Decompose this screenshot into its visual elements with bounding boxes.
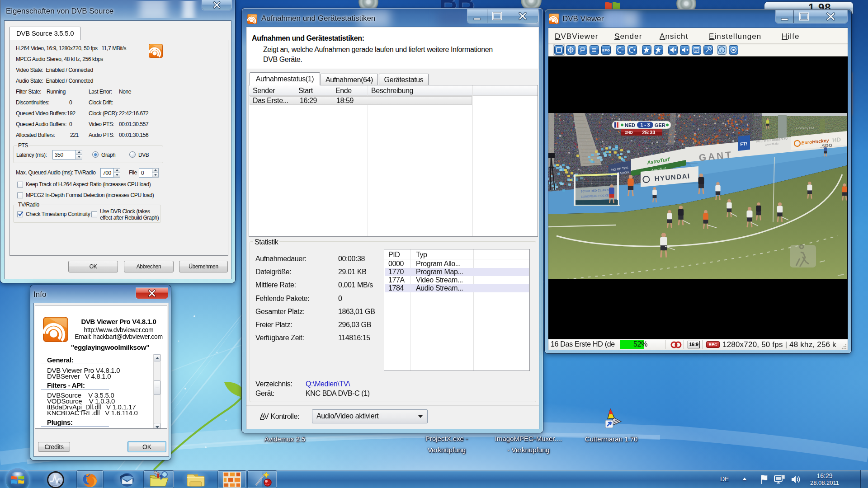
svg-text:Hockey.FM: Hockey.FM	[796, 126, 814, 130]
svg-text:HD: HD	[832, 136, 841, 144]
svg-text:NED: NED	[625, 122, 635, 128]
svg-text:GER: GER	[655, 122, 665, 128]
svg-text:FT!: FT!	[740, 141, 748, 146]
svg-text:EPG: EPG	[602, 48, 610, 52]
svg-text:i: i	[721, 47, 722, 53]
svg-text:2ND: 2ND	[625, 130, 633, 135]
svg-text:1 - 3: 1 - 3	[640, 122, 650, 127]
svg-text:25:33: 25:33	[642, 130, 655, 135]
